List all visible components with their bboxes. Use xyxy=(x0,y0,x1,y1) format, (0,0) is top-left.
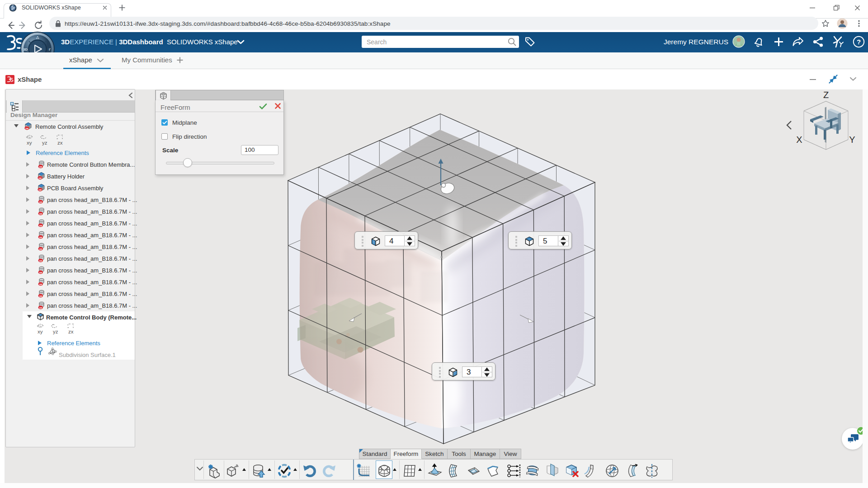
svg-text:sw: sw xyxy=(38,188,42,191)
svg-text:3D: 3D xyxy=(23,47,28,52)
svg-text:zx: zx xyxy=(68,329,74,334)
svg-text:xy: xy xyxy=(27,140,32,145)
svg-text:yz: yz xyxy=(42,140,47,145)
svg-text:zx: zx xyxy=(57,140,63,145)
svg-text:sw: sw xyxy=(39,200,42,203)
svg-text:X: X xyxy=(796,135,802,145)
svg-text:sw: sw xyxy=(39,235,42,238)
svg-text:i': i' xyxy=(49,47,51,52)
svg-text:sw: sw xyxy=(25,127,28,130)
svg-text:?: ? xyxy=(857,38,861,46)
svg-text:sw: sw xyxy=(39,271,42,273)
svg-text:sw: sw xyxy=(39,306,42,309)
svg-text:sw: sw xyxy=(39,212,42,215)
svg-text:Z: Z xyxy=(823,90,829,100)
svg-text:yz: yz xyxy=(53,329,58,334)
svg-text:sw: sw xyxy=(39,247,42,250)
svg-text:△: △ xyxy=(36,35,39,39)
svg-text:xy: xy xyxy=(38,329,43,334)
svg-text:sw: sw xyxy=(39,259,42,262)
svg-text:sw: sw xyxy=(39,224,42,226)
svg-text:Y: Y xyxy=(849,135,855,145)
svg-text:sw: sw xyxy=(39,294,42,297)
svg-text:sw: sw xyxy=(39,282,42,285)
svg-text:sw: sw xyxy=(38,177,42,179)
svg-text:sw: sw xyxy=(39,165,42,168)
